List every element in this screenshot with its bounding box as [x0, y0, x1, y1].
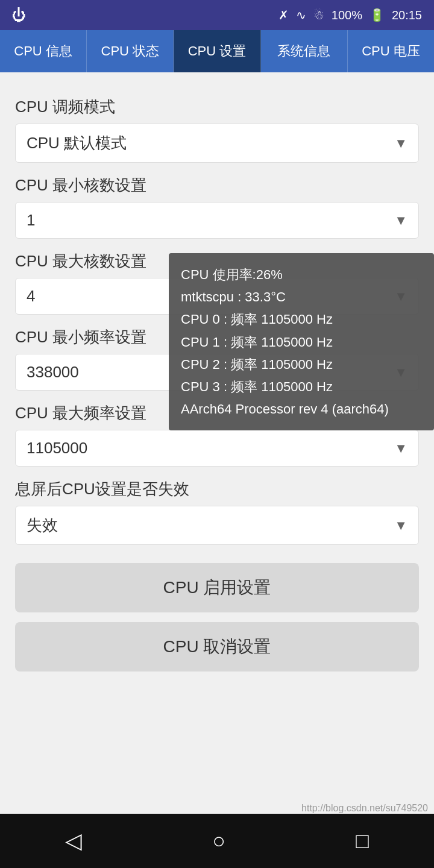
- status-bar-right: ✗ ∿ ☃ 100% 🔋 20:15: [278, 8, 422, 22]
- screen-off-arrow: ▼: [394, 518, 407, 533]
- freq-mode-label: CPU 调频模式: [15, 96, 419, 118]
- tooltip-arch: AArch64 Processor rev 4 (aarch64): [181, 398, 422, 420]
- cpu-tooltip-overlay: CPU 使用率:26% mtktscpu : 33.3°C CPU 0 : 频率…: [169, 253, 434, 430]
- signal-icon: ☃: [313, 8, 324, 22]
- tab-cpu-voltage[interactable]: CPU 电压: [348, 30, 434, 72]
- nav-bar: ◁ ○ □: [0, 814, 434, 868]
- min-cores-arrow: ▼: [394, 213, 407, 228]
- screen-off-value: 失效: [27, 515, 58, 536]
- tooltip-cpu2: CPU 2 : 频率 1105000 Hz: [181, 354, 422, 375]
- screen-off-dropdown[interactable]: 失效 ▼: [15, 506, 419, 545]
- back-button[interactable]: ◁: [65, 828, 82, 854]
- home-button[interactable]: ○: [212, 828, 225, 854]
- max-freq-arrow: ▼: [394, 441, 407, 456]
- tab-cpu-status[interactable]: CPU 状态: [87, 30, 174, 72]
- footer-url: http://blog.csdn.net/su749520: [301, 803, 428, 814]
- tab-cpu-info[interactable]: CPU 信息: [0, 30, 87, 72]
- tooltip-temp: mtktscpu : 33.3°C: [181, 286, 422, 307]
- freq-mode-dropdown[interactable]: CPU 默认模式 ▼: [15, 124, 419, 163]
- max-freq-value: 1105000: [27, 439, 87, 458]
- tooltip-cpu3: CPU 3 : 频率 1105000 Hz: [181, 376, 422, 397]
- status-bar: ⏻ ✗ ∿ ☃ 100% 🔋 20:15: [0, 0, 434, 30]
- wifi-icon: ∿: [296, 8, 306, 22]
- freq-mode-value: CPU 默认模式: [27, 133, 127, 154]
- apply-button[interactable]: CPU 启用设置: [15, 563, 419, 612]
- tab-bar: CPU 信息 CPU 状态 CPU 设置 系统信息 CPU 电压: [0, 30, 434, 72]
- power-icon: ⏻: [12, 7, 27, 24]
- tab-system-info[interactable]: 系统信息: [261, 30, 348, 72]
- battery-percent: 100%: [332, 8, 362, 22]
- tooltip-cpu1: CPU 1 : 频率 1105000 Hz: [181, 332, 422, 353]
- min-freq-value: 338000: [27, 363, 79, 382]
- min-cores-dropdown[interactable]: 1 ▼: [15, 202, 419, 239]
- min-cores-value: 1: [27, 211, 35, 230]
- tooltip-usage: CPU 使用率:26%: [181, 264, 422, 285]
- recent-button[interactable]: □: [356, 828, 369, 854]
- freq-mode-arrow: ▼: [394, 136, 407, 151]
- battery-icon: 🔋: [370, 8, 385, 22]
- screen-off-label: 息屏后CPU设置是否失效: [15, 479, 419, 500]
- max-cores-value: 4: [27, 287, 35, 306]
- cancel-button[interactable]: CPU 取消设置: [15, 622, 419, 671]
- min-cores-label: CPU 最小核数设置: [15, 175, 419, 196]
- tooltip-cpu0: CPU 0 : 频率 1105000 Hz: [181, 309, 422, 330]
- status-bar-left: ⏻: [12, 7, 27, 24]
- tab-cpu-settings[interactable]: CPU 设置: [174, 30, 260, 72]
- bluetooth-icon: ✗: [278, 8, 289, 22]
- time-display: 20:15: [392, 8, 422, 22]
- max-freq-dropdown[interactable]: 1105000 ▼: [15, 430, 419, 467]
